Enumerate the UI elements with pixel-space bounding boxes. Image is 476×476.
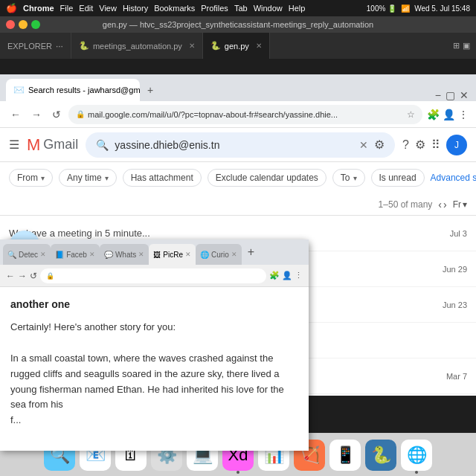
- python-file-icon: 🐍: [79, 41, 89, 51]
- meetings-tab-close[interactable]: ✕: [189, 42, 195, 50]
- prev-page-button[interactable]: ‹: [438, 199, 442, 210]
- menu-file[interactable]: File: [60, 4, 74, 13]
- search-options-icon[interactable]: ⚙: [374, 138, 385, 152]
- vscode-tab-actions: ⊞ ▣: [453, 41, 476, 51]
- search-input[interactable]: [115, 139, 353, 151]
- results-count: 1–50 of many: [379, 199, 433, 210]
- bookmark-icon[interactable]: ☆: [407, 109, 415, 120]
- menu-window[interactable]: Window: [254, 4, 283, 13]
- sort-button[interactable]: Fr ▾: [453, 199, 467, 210]
- menu-edit[interactable]: Edit: [79, 4, 93, 13]
- settings-icon[interactable]: ⚙: [415, 138, 425, 152]
- simulator-dock-icon[interactable]: 📱: [329, 440, 361, 471]
- wifi-icon: 📶: [401, 4, 410, 13]
- menu-chrome[interactable]: Chrome: [23, 4, 54, 13]
- layout-icon[interactable]: ▣: [463, 41, 470, 51]
- advanced-search-link[interactable]: Advanced search: [431, 173, 476, 183]
- picres-tab-close[interactable]: ✕: [185, 251, 191, 258]
- traffic-lights: [6, 20, 40, 29]
- fb-tab-close[interactable]: ✕: [89, 251, 95, 258]
- chrome-tabbar: ✉️ Search results - jawharsd@gm... ✕ + −…: [0, 74, 476, 101]
- gmail-logo-m: M: [27, 135, 40, 155]
- minimize-chrome-icon[interactable]: −: [435, 89, 441, 101]
- split-editor-icon[interactable]: ⊞: [453, 41, 460, 51]
- curio-tab[interactable]: 🌐 Curio ✕: [196, 244, 242, 265]
- sb-back-button[interactable]: ←: [6, 271, 15, 281]
- explorer-menu-icon[interactable]: ···: [56, 41, 63, 51]
- email-date: Jun 23: [437, 300, 467, 309]
- new-tab-icon: +: [147, 84, 153, 96]
- second-browser-window: 🔍 Detec ✕ 📘 Faceb ✕ 💬 Whats ✕ 🖼 PicRe ✕ …: [0, 239, 309, 451]
- menu-tab[interactable]: Tab: [234, 4, 248, 13]
- wa-tab-close[interactable]: ✕: [138, 251, 144, 258]
- whatsapp-tab[interactable]: 💬 Whats ✕: [100, 244, 149, 265]
- apple-menu[interactable]: 🍎: [6, 3, 17, 13]
- profile-icon[interactable]: 👤: [443, 109, 455, 120]
- avatar[interactable]: J: [446, 135, 467, 155]
- gmail-tab[interactable]: ✉️ Search results - jawharsd@gm... ✕: [6, 79, 140, 101]
- from-filter[interactable]: From ▾: [9, 169, 53, 187]
- sb-profile-icon[interactable]: 👤: [282, 271, 292, 280]
- python-dock-icon[interactable]: 🐍: [365, 440, 396, 471]
- search-icon: 🔍: [96, 139, 109, 151]
- pager-controls: ‹ ›: [438, 199, 446, 210]
- calendar-filter[interactable]: Exclude calendar updates: [208, 169, 327, 187]
- menu-bar-right: 100% 🔋 📶 Wed 5. Jul 15:48: [367, 4, 470, 13]
- maximize-button[interactable]: [31, 20, 40, 29]
- maximize-chrome-icon[interactable]: ▢: [446, 89, 455, 101]
- extensions-icon[interactable]: 🧩: [427, 109, 440, 120]
- menu-profiles[interactable]: Profiles: [201, 4, 228, 13]
- time-filter[interactable]: Any time ▾: [59, 169, 117, 187]
- facebook-tab[interactable]: 📘 Faceb ✕: [51, 244, 100, 265]
- detect-tab[interactable]: 🔍 Detec ✕: [3, 244, 51, 265]
- new-tab-button[interactable]: +: [140, 79, 161, 101]
- to-filter[interactable]: To ▾: [332, 169, 365, 187]
- detect-tab-close[interactable]: ✕: [40, 251, 46, 258]
- close-chrome-icon[interactable]: ✕: [460, 89, 469, 101]
- next-page-button[interactable]: ›: [443, 199, 447, 210]
- menu-view[interactable]: View: [99, 4, 117, 13]
- menu-help[interactable]: Help: [289, 4, 306, 13]
- clear-search-icon[interactable]: ✕: [359, 139, 368, 151]
- vscode-explorer-tab[interactable]: EXPLORER ···: [0, 33, 71, 59]
- gmail-search-box[interactable]: 🔍 ✕ ⚙: [86, 132, 395, 158]
- menu-bookmarks[interactable]: Bookmarks: [154, 4, 195, 13]
- gmail-logo-text: Gmail: [43, 137, 78, 152]
- story-paragraph-2: In a small coastal town, where the waves…: [10, 351, 298, 413]
- url-text: mail.google.com/mail/u/0/?pc=topnav-abou…: [88, 110, 404, 119]
- vscode-gen-tab[interactable]: 🐍 gen.py ✕: [203, 33, 270, 59]
- unread-filter[interactable]: Is unread: [371, 169, 425, 187]
- attachment-label: Has attachment: [131, 173, 193, 183]
- more-options-icon[interactable]: ⋮: [458, 109, 469, 120]
- wa-label: Whats: [115, 251, 136, 259]
- new-tab-icon[interactable]: +: [242, 245, 260, 259]
- chrome-dock-icon[interactable]: 🌐: [401, 440, 432, 471]
- forward-button[interactable]: →: [28, 107, 45, 122]
- vscode-title-text: gen.py — htvc_ss23project_syntheticassis…: [103, 20, 373, 29]
- back-button[interactable]: ←: [7, 107, 24, 122]
- gmail-logo: M Gmail: [27, 135, 78, 155]
- help-icon[interactable]: ?: [402, 138, 409, 152]
- sb-ext-icon[interactable]: 🧩: [269, 271, 280, 280]
- wa-favicon: 💬: [104, 251, 113, 259]
- gen-tab-close[interactable]: ✕: [256, 42, 262, 50]
- curio-tab-close[interactable]: ✕: [231, 251, 237, 258]
- sb-reload-button[interactable]: ↺: [30, 271, 37, 281]
- attachment-filter[interactable]: Has attachment: [123, 169, 202, 187]
- minimize-button[interactable]: [19, 20, 28, 29]
- reload-button[interactable]: ↺: [49, 107, 64, 122]
- python-file-icon-2: 🐍: [210, 41, 221, 51]
- explorer-label: EXPLORER: [7, 42, 52, 51]
- apps-icon[interactable]: ⠿: [431, 138, 440, 152]
- sb-toolbar-icons: 🧩 👤 ⋮: [269, 271, 303, 280]
- menu-icon[interactable]: ☰: [9, 138, 19, 152]
- sb-more-icon[interactable]: ⋮: [295, 271, 303, 280]
- close-button[interactable]: [6, 20, 15, 29]
- from-label: From: [17, 173, 38, 183]
- menu-history[interactable]: History: [123, 4, 148, 13]
- picres-tab[interactable]: 🖼 PicRe ✕: [149, 244, 196, 265]
- address-box[interactable]: 🔒 mail.google.com/mail/u/0/?pc=topnav-ab…: [68, 105, 422, 124]
- sb-forward-button[interactable]: →: [18, 271, 27, 281]
- sb-address-box[interactable]: 🔒: [40, 268, 266, 283]
- vscode-meetings-tab[interactable]: 🐍 meetings_automation.py ✕: [71, 33, 203, 59]
